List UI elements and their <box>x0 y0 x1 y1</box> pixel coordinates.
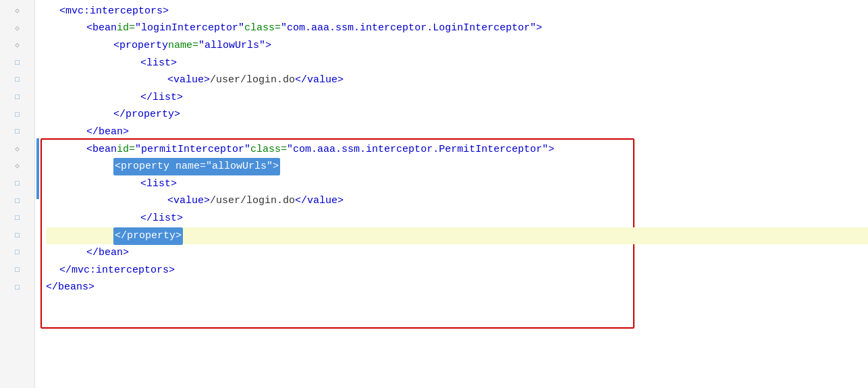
tag-close: > <box>175 230 182 242</box>
attr-val-2: "com.aaa.ssm.interceptor.LoginIntercepto… <box>281 20 536 36</box>
code-line-15: </bean> <box>46 244 868 262</box>
tag-name: property <box>121 161 175 172</box>
fold-icon-6: □ <box>12 89 23 107</box>
value-text: /user/login.do <box>210 193 295 209</box>
property-highlight: <property name="allowUrls"> <box>113 158 280 175</box>
tag-close: > <box>177 211 183 227</box>
tag-open: </ <box>59 262 72 279</box>
tag-open: </ <box>113 107 126 123</box>
tag-open-close: </ <box>295 193 307 209</box>
fold-icon-15: □ <box>12 244 23 262</box>
code-line-6: </list> <box>46 89 868 107</box>
tag-open: </ <box>46 279 58 296</box>
fold-icon-3[interactable]: ◇ <box>12 37 23 55</box>
attr-name: id= <box>117 142 135 158</box>
fold-icon-17: □ <box>12 279 23 297</box>
tag-close: > <box>171 55 177 72</box>
tag-open: < <box>59 3 65 20</box>
tag-name: bean <box>99 124 123 140</box>
attr-val: "allowUrls" <box>198 38 265 54</box>
tag-name: mvc:interceptors <box>72 262 169 279</box>
tag-open: < <box>167 193 173 209</box>
code-line-5: <value>/user/login.do</value> <box>46 72 868 89</box>
tag-name: list <box>153 211 177 227</box>
attr-name: name= <box>175 161 206 172</box>
code-line-2: <bean id="loginInterceptor" class="com.a… <box>46 20 868 38</box>
fold-icon-2[interactable]: ◇ <box>12 20 23 38</box>
fold-icon-4[interactable]: □ <box>12 55 23 72</box>
code-line-14: </property> <box>46 227 868 245</box>
attr-val: "loginInterceptor" <box>135 20 244 36</box>
tag-close: > <box>88 279 94 296</box>
tag-close: > <box>171 176 177 192</box>
attr-name-2: class= <box>250 142 287 158</box>
code-line-9: <bean id="permitInterceptor" class="com.… <box>46 141 868 159</box>
fold-icon-8: □ <box>12 123 23 141</box>
editor-code-area[interactable]: <mvc:interceptors> <bean id="loginInterc… <box>40 0 868 388</box>
fold-icon-10[interactable]: ◇ <box>12 158 23 175</box>
code-line-7: </property> <box>46 107 868 124</box>
tag-close-end: > <box>337 72 344 88</box>
tag-name: bean <box>92 20 117 36</box>
code-line-11: <list> <box>46 175 868 193</box>
attr-name-2: class= <box>244 20 281 36</box>
value-text: /user/login.do <box>210 72 295 88</box>
tag-name: beans <box>58 279 88 296</box>
tag-open: </ <box>115 230 127 242</box>
tag-close: > <box>177 90 183 106</box>
tag-close: > <box>273 161 279 172</box>
code-line-8: </bean> <box>46 123 868 141</box>
tag-open: < <box>113 38 119 54</box>
code-line-16: </mvc:interceptors> <box>46 262 868 279</box>
attr-val: "permitInterceptor" <box>135 142 250 158</box>
code-line-3: <property name="allowUrls"> <box>46 37 868 55</box>
tag-close: > <box>163 3 169 20</box>
tag-open: < <box>86 20 92 36</box>
code-line-1: <mvc:interceptors> <box>46 3 868 20</box>
code-line-12: <value>/user/login.do</value> <box>46 193 868 211</box>
fold-icon-14: □ <box>12 227 23 245</box>
attr-name: id= <box>117 20 135 36</box>
tag-name-close: value <box>307 193 337 209</box>
tag-open-close: </ <box>295 72 307 88</box>
attr-name: name= <box>168 38 198 54</box>
fold-icon-16: □ <box>12 262 23 279</box>
tag-open: < <box>140 55 146 72</box>
attr-val-2: "com.aaa.ssm.interceptor.PermitIntercept… <box>287 142 548 158</box>
fold-icon-9[interactable]: ◇ <box>12 141 23 159</box>
tag-name: property <box>127 230 175 242</box>
fold-icon-5: □ <box>12 72 23 89</box>
tag-close-end: > <box>337 193 344 209</box>
tag-close: > <box>123 124 129 140</box>
tag-open: </ <box>86 124 99 140</box>
tag-name: list <box>146 55 171 72</box>
editor-left-bar <box>35 0 40 388</box>
tag-name-close: value <box>307 72 337 88</box>
editor-gutter: ◇ ◇ ◇ □ □ □ □ □ ◇ ◇ □ □ □ □ □ □ □ <box>0 0 35 388</box>
tag-close: > <box>169 262 175 279</box>
fold-icon-7: □ <box>12 107 23 124</box>
tag-close: > <box>174 107 180 123</box>
tag-close: > <box>265 38 271 54</box>
tag-open: </ <box>140 211 153 227</box>
tag-open: < <box>115 161 121 172</box>
tag-open: < <box>140 176 146 192</box>
tag-name: list <box>146 176 171 192</box>
tag-name: value <box>173 72 204 88</box>
fold-icon-1[interactable]: ◇ <box>12 3 23 20</box>
tag-name: list <box>153 90 177 106</box>
tag-close: > <box>204 193 210 209</box>
tag-name: mvc:interceptors <box>65 3 163 20</box>
property-close-highlight: </property> <box>113 227 183 245</box>
tag-close: > <box>204 72 210 88</box>
tag-close: > <box>548 142 554 158</box>
code-editor: ◇ ◇ ◇ □ □ □ □ □ ◇ ◇ □ □ □ □ □ □ □ <box>0 0 868 388</box>
tag-close: > <box>123 245 129 261</box>
code-line-4: <list> <box>46 55 868 72</box>
attr-val: "allowUrls" <box>206 161 273 172</box>
tag-name: property <box>126 107 174 123</box>
selection-indicator <box>36 138 39 199</box>
tag-close: > <box>536 20 542 36</box>
fold-icon-12: □ <box>12 193 23 211</box>
tag-name: bean <box>99 245 123 261</box>
